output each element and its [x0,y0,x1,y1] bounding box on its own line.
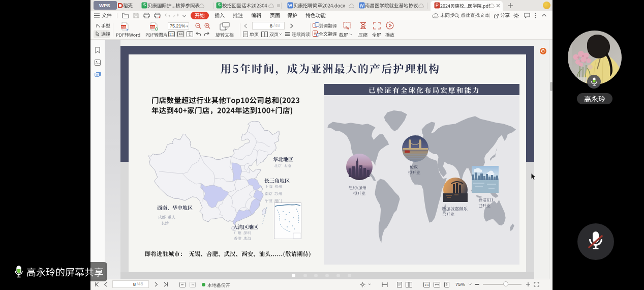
svg-text:1:1: 1:1 [424,283,429,286]
svg-text:1:1: 1:1 [169,33,174,36]
svg-text:PDF: PDF [150,25,156,28]
svg-text:PDF: PDF [121,25,127,28]
